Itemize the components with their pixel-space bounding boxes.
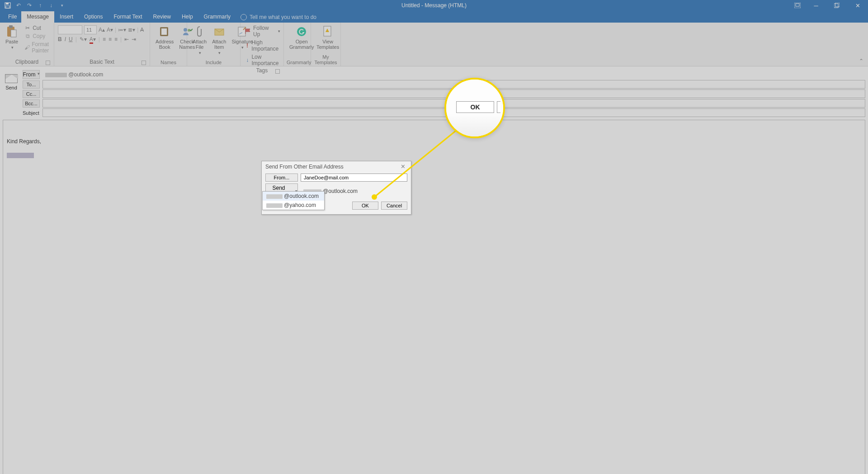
- font-color-icon[interactable]: A▾: [90, 36, 96, 42]
- close-icon[interactable]: ✕: [399, 163, 407, 170]
- high-importance-icon: !: [245, 42, 250, 49]
- tab-message[interactable]: Message: [21, 11, 54, 23]
- paste-icon: [5, 25, 18, 38]
- svg-rect-6: [835, 3, 840, 7]
- flag-icon: [245, 28, 251, 34]
- tab-file[interactable]: File: [4, 11, 21, 23]
- align-center-icon[interactable]: ≡: [108, 36, 112, 42]
- collapse-ribbon-button[interactable]: ⌃: [854, 23, 868, 66]
- redo-icon[interactable]: ↷: [25, 1, 33, 9]
- signature-name-redacted: [7, 153, 34, 158]
- tab-grammarly[interactable]: Grammarly: [198, 11, 236, 23]
- down-icon[interactable]: ↓: [47, 1, 55, 9]
- align-right-icon[interactable]: ≡: [114, 36, 118, 42]
- compose-header: Send From▾ @outlook.com To... Cc... Bcc.…: [0, 66, 868, 117]
- paperclip-icon: [193, 25, 206, 38]
- format-painter-button[interactable]: 🖌Format Painter: [23, 41, 52, 54]
- callout-zoom: OK: [444, 78, 505, 138]
- bold-button[interactable]: B: [58, 36, 62, 42]
- address-book-icon: [158, 25, 171, 38]
- view-templates-button[interactable]: View Templates: [314, 24, 342, 51]
- subject-label: Subject: [23, 109, 40, 117]
- cut-button[interactable]: ✂Cut: [23, 24, 52, 32]
- align-left-icon[interactable]: ≡: [103, 36, 106, 42]
- close-button[interactable]: ✕: [847, 0, 868, 11]
- attach-item-button[interactable]: Attach Item▾: [209, 24, 229, 56]
- tab-options[interactable]: Options: [79, 11, 108, 23]
- group-grammarly: Open Grammarly Grammarly: [284, 23, 311, 66]
- up-icon[interactable]: ↑: [36, 1, 44, 9]
- send-button[interactable]: Send: [4, 72, 19, 93]
- cancel-button[interactable]: Cancel: [381, 202, 407, 210]
- ribbon: Paste ▾ ✂Cut ⧉Copy 🖌Format Painter Clipb…: [0, 23, 868, 66]
- send-icon: [5, 74, 18, 83]
- group-tags: Follow Up▾ !High Importance ↓Low Importa…: [241, 23, 284, 66]
- popup-icon[interactable]: [789, 0, 806, 11]
- minimize-button[interactable]: ─: [806, 0, 826, 11]
- dropdown-item[interactable]: @yahoo.com: [263, 201, 324, 210]
- message-body[interactable]: Kind Regards,: [3, 120, 865, 474]
- svg-rect-2: [6, 6, 9, 8]
- svg-rect-11: [161, 28, 167, 35]
- group-my-templates: View Templates My Templates: [311, 23, 341, 66]
- group-include: Attach File▾ Attach Item▾ Signature▾ Inc…: [187, 23, 241, 66]
- attach-file-button[interactable]: Attach File▾: [190, 24, 209, 56]
- address-book-button[interactable]: Address Book: [153, 24, 176, 51]
- numbering-icon[interactable]: ≣▾: [128, 27, 135, 33]
- paste-button[interactable]: Paste ▾: [3, 24, 21, 51]
- save-icon[interactable]: [4, 1, 12, 9]
- dialog-launcher-icon[interactable]: [275, 69, 280, 74]
- group-clipboard: Paste ▾ ✂Cut ⧉Copy 🖌Format Painter Clipb…: [0, 23, 54, 66]
- templates-icon: [321, 25, 334, 38]
- dialog-from-button[interactable]: From...: [265, 174, 298, 182]
- font-family-select[interactable]: [58, 25, 82, 34]
- dialog-launcher-icon[interactable]: [142, 61, 146, 65]
- svg-rect-5: [834, 4, 838, 8]
- lightbulb-icon: [241, 14, 247, 20]
- group-basic-text: A▴ A▾ | ≔▾ ≣▾ | A̶ B I U | ✎▾ A▾ | ≡ ≡ ≡…: [54, 23, 150, 66]
- from-value: @outlook.com: [42, 71, 865, 78]
- high-importance-button[interactable]: !High Importance: [243, 39, 282, 52]
- tab-review[interactable]: Review: [148, 11, 176, 23]
- underline-button[interactable]: U: [69, 36, 73, 42]
- grammarly-icon: [295, 25, 308, 38]
- tab-help[interactable]: Help: [176, 11, 198, 23]
- tab-insert[interactable]: Insert: [54, 11, 79, 23]
- signature-text: Kind Regards,: [7, 138, 861, 145]
- callout-ok-button: OK: [456, 101, 494, 113]
- tell-me[interactable]: Tell me what you want to do: [236, 12, 321, 23]
- maximize-button[interactable]: [826, 0, 847, 11]
- quick-access-toolbar: ↶ ↷ ↑ ↓ ▾: [0, 1, 66, 9]
- dialog-from-input[interactable]: [301, 174, 407, 182]
- svg-rect-8: [9, 25, 13, 28]
- low-importance-button[interactable]: ↓Low Importance: [243, 53, 282, 67]
- decrease-font-icon[interactable]: A▾: [107, 27, 113, 33]
- copy-button[interactable]: ⧉Copy: [23, 33, 52, 40]
- undo-icon[interactable]: ↶: [14, 1, 23, 9]
- bullets-icon[interactable]: ≔▾: [118, 27, 126, 33]
- tell-me-label: Tell me what you want to do: [250, 14, 316, 20]
- svg-rect-4: [796, 4, 799, 6]
- font-size-select[interactable]: [84, 25, 97, 34]
- cc-button[interactable]: Cc...: [23, 90, 40, 98]
- window-title: Untitled - Message (HTML): [401, 2, 467, 9]
- decrease-indent-icon[interactable]: ⇤: [124, 36, 129, 42]
- bcc-button[interactable]: Bcc...: [23, 99, 40, 108]
- italic-button[interactable]: I: [65, 36, 66, 42]
- increase-indent-icon[interactable]: ⇥: [132, 36, 136, 42]
- chevron-down-icon: ▾: [38, 71, 40, 78]
- ribbon-tabs: File Message Insert Options Format Text …: [0, 11, 868, 23]
- chevron-down-icon: ▾: [199, 51, 201, 55]
- increase-font-icon[interactable]: A▴: [99, 27, 105, 33]
- highlight-icon[interactable]: ✎▾: [80, 36, 87, 42]
- ok-button[interactable]: OK: [352, 202, 378, 210]
- to-button[interactable]: To...: [23, 80, 40, 89]
- tab-format-text[interactable]: Format Text: [108, 11, 147, 23]
- clear-formatting-icon[interactable]: A̶: [140, 27, 144, 33]
- callout-cancel-edge: [497, 101, 500, 113]
- from-button[interactable]: From▾: [23, 70, 40, 79]
- dialog-launcher-icon[interactable]: [46, 61, 50, 65]
- dropdown-item[interactable]: @outlook.com: [263, 192, 324, 201]
- qat-customize-icon[interactable]: ▾: [58, 1, 66, 9]
- follow-up-button[interactable]: Follow Up▾: [243, 24, 282, 38]
